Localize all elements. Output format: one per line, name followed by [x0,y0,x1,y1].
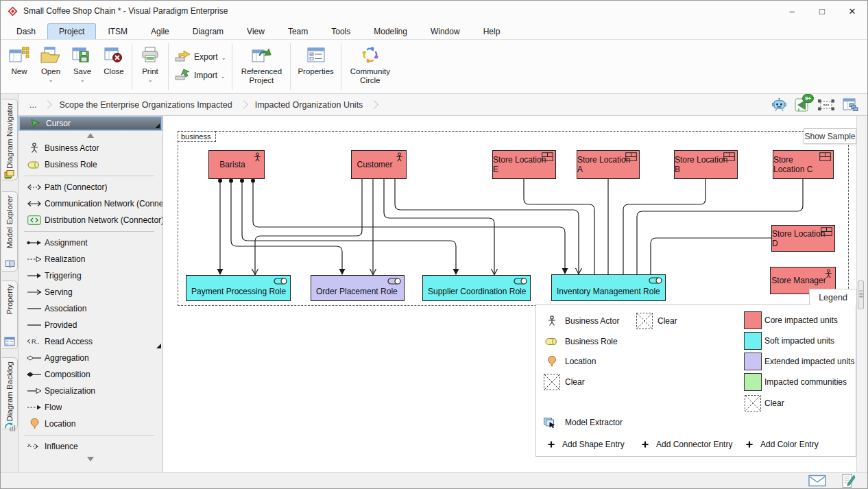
open-button[interactable]: Open⌄ [35,42,67,91]
new-button[interactable]: New [3,42,35,91]
minimize-button[interactable]: – [777,1,807,21]
menu-item-modeling[interactable]: Modeling [362,23,419,39]
palette-tool-composition[interactable]: Composition [19,366,162,383]
plus-icon [746,441,754,449]
side-tab-property[interactable]: Property [2,281,18,349]
palette-scroll-down-arrow[interactable] [19,455,162,464]
vertical-scrollbar[interactable] [856,116,865,472]
scrollbar-thumb[interactable] [858,281,864,309]
menu-item-view[interactable]: View [235,23,276,39]
side-tab-strip: Diagram NavigatorModel ExplorerPropertyD… [1,94,19,472]
palette-tool-assignment[interactable]: Assignment [19,235,162,251]
side-tab-model-explorer[interactable]: Model Explorer [2,191,18,272]
save-button[interactable]: Save⌄ [67,42,98,91]
menu-item-agile[interactable]: Agile [139,23,181,39]
menu-item-itsm[interactable]: ITSM [96,23,139,39]
community-circle-icon [361,44,380,66]
properties-button[interactable]: Properties [293,42,338,91]
business-actor-icon [547,315,557,326]
palette-tool-association[interactable]: Association [19,300,162,317]
show-sample-button[interactable]: Show Sample [804,128,856,144]
palette-separator [19,173,162,179]
node-supplier[interactable]: Supplier Coordination Role [422,275,531,301]
menu-item-team[interactable]: Team [276,23,320,39]
palette-tool-location[interactable]: Location [19,416,162,432]
palette-tool-aggregation[interactable]: Aggregation [19,350,162,366]
close-button[interactable]: Close [98,42,130,91]
breadcrumb-item[interactable]: Scope the Enterprise Organizations Impac… [53,98,237,112]
note-edit-icon[interactable] [841,473,855,488]
legend-label[interactable]: Model Extractor [565,418,623,427]
palette-tool-influence[interactable]: Influence [19,438,162,455]
crop-frame-icon[interactable] [817,99,835,111]
palette-tool-specialization[interactable]: Specialization [19,383,162,399]
legend-tab: Legend [809,289,857,305]
palette-tool-serving[interactable]: Serving [19,284,162,300]
referenced-project-button[interactable]: Referenced Project [234,42,288,91]
location-icon [24,418,45,429]
node-store-a[interactable]: Store Location A [577,150,640,179]
menu-item-dash[interactable]: Dash [5,23,47,39]
legend-label: Core impacted units [764,315,838,325]
composition-icon [24,371,45,378]
node-store-d[interactable]: Store Location D [771,225,835,252]
import-button[interactable]: Import⌄ [175,69,226,83]
palette-tool-provided[interactable]: Provided [19,317,162,333]
palette-scroll-up-arrow[interactable] [19,131,162,140]
megaphone-news-icon[interactable]: 9+ [795,97,810,112]
palette-tool-realization[interactable]: Realization [19,251,162,267]
palette-tool-flow[interactable]: Flow [19,399,162,416]
close-button[interactable]: ✕ [837,1,867,21]
business-actor-icon [24,143,45,154]
print-button[interactable]: Print⌄ [134,42,166,91]
import-icon [175,69,191,83]
node-store-c[interactable]: Store Location C [773,150,834,179]
breadcrumb-item[interactable]: ... [24,98,42,112]
menu-item-help[interactable]: Help [472,23,512,39]
side-tab-diagram-backlog[interactable]: Diagram Backlog [2,357,18,429]
palette-tool-cursor[interactable]: Cursor [19,116,162,131]
node-inventory[interactable]: Inventory Management Role [551,274,666,301]
menu-item-tools[interactable]: Tools [320,23,362,39]
mail-icon[interactable] [808,475,826,487]
menu-item-project[interactable]: Project [47,23,96,39]
node-customer[interactable]: Customer [351,150,407,179]
title-bar: Small Coffee Shop Chain * - Visual Parad… [1,1,867,21]
legend-label[interactable]: Add Shape Entry [562,440,625,449]
toolbar-separator [168,43,169,90]
window-stack-icon[interactable] [843,98,859,112]
palette-tool-business-role[interactable]: Business Role [19,156,162,173]
node-store-e[interactable]: Store Location E [492,150,556,179]
breadcrumb-item[interactable]: Impacted Organization Units [250,98,369,112]
community-circle-button[interactable]: Community Circle [343,42,397,91]
edge-assignment [253,179,565,270]
export-button[interactable]: Export⌄ [175,50,226,64]
diagram-canvas[interactable]: business Show Sample Legend Business Act… [163,116,865,472]
node-store-b[interactable]: Store Location B [674,150,738,179]
business-role-icon [545,337,559,346]
palette-tool-business-actor[interactable]: Business Actor [19,140,162,156]
model-explorer-icon [4,259,16,269]
arrowhead-filled [453,269,459,275]
palette-tool-read-access[interactable]: R..Read Access [19,333,162,350]
cursor-tool-icon [25,119,46,128]
legend-label[interactable]: Add Color Entry [760,440,819,449]
node-order[interactable]: Order Placement Role [311,275,405,301]
menu-bar: DashProjectITSMAgileDiagramViewTeamTools… [1,21,867,39]
chevron-down-icon: ⌄ [148,77,153,83]
palette-tool-path-connector[interactable]: Path (Connector) [19,179,162,195]
robot-assistant-icon[interactable] [771,97,787,112]
side-tab-diagram-navigator[interactable]: Diagram Navigator [2,99,18,180]
menu-item-window[interactable]: Window [419,23,472,39]
clear-icon [745,395,762,412]
node-payment[interactable]: Payment Processing Role [186,275,291,301]
tool-palette: CursorBusiness ActorBusiness RolePath (C… [19,116,163,472]
palette-tool-triggering[interactable]: Triggering [19,267,162,284]
menu-item-diagram[interactable]: Diagram [181,23,235,39]
maximize-button[interactable]: □ [807,1,837,21]
legend-label[interactable]: Add Connector Entry [656,440,732,449]
edge-assignment [242,179,456,270]
palette-tool-distribution-network-connector[interactable]: Distribution Network (Connector) [19,212,162,228]
palette-tool-communication-network-connector[interactable]: Communication Network (Connector) [19,195,162,212]
node-barista[interactable]: Barista [208,150,265,179]
